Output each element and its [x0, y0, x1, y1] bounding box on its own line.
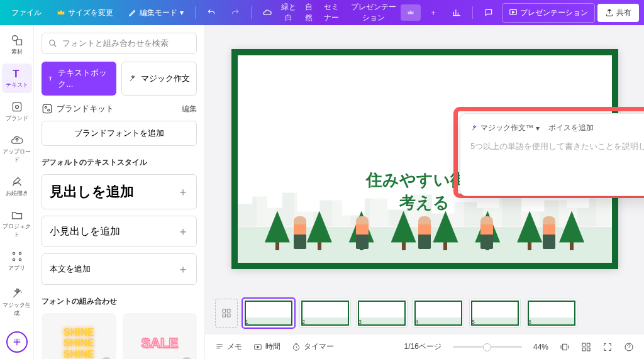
cloud-sync-button[interactable]	[257, 4, 278, 21]
add-page-button[interactable]	[215, 299, 238, 328]
chevron-down-icon: ▾	[180, 8, 184, 17]
magic-write-dialog: マジック作文™ ▾ ボイスを追加 ✕ 5つ以上の単語を使用して書きたいことを説明…	[460, 113, 644, 196]
svg-rect-12	[43, 104, 52, 113]
slide-thumb-5[interactable]: 5	[469, 299, 521, 328]
help-button[interactable]	[624, 342, 634, 352]
add-heading-button[interactable]: 見出しを追加＋	[42, 174, 197, 209]
brandkit-edit-link[interactable]: 編集	[182, 104, 197, 114]
editor-stage[interactable]: 住みやすい街を 考える マジック作文™ ▾ ボイスを追加 ✕ 5つ以上の単語を使…	[205, 25, 644, 292]
svg-rect-24	[582, 348, 586, 351]
rail-magic[interactable]: マジック生成	[2, 284, 32, 321]
comment-button[interactable]	[478, 4, 499, 21]
slide-thumb-2[interactable]: 2	[299, 299, 351, 328]
shapes-icon	[11, 34, 23, 47]
add-brand-font-button[interactable]: ブランドフォントを追加	[42, 121, 197, 146]
slide-thumb-4[interactable]: 4	[413, 299, 464, 328]
svg-point-6	[13, 252, 14, 254]
font-search-input[interactable]: フォントと組み合わせを検索	[42, 33, 197, 54]
rail-projects[interactable]: プロジェクト	[2, 205, 32, 243]
play-box-icon	[253, 343, 262, 351]
svg-rect-25	[587, 348, 590, 351]
pencil-icon	[128, 8, 137, 17]
canvas-area: 住みやすい街を 考える マジック作文™ ▾ ボイスを追加 ✕ 5つ以上の単語を使…	[205, 25, 644, 359]
rail-draw[interactable]: お絵描き	[2, 172, 32, 201]
rail-elements[interactable]: 素材	[2, 30, 32, 60]
crown-button[interactable]	[401, 4, 421, 21]
apps-icon	[11, 250, 23, 263]
svg-point-5	[15, 106, 18, 109]
slide-thumb-1[interactable]: 1	[243, 299, 294, 328]
top-menubar: ファイル サイズを変更 編集モード ▾ 緑と白 自然 セミナー プレゼンテーショ…	[0, 0, 644, 25]
duration-button[interactable]: 時間	[253, 341, 280, 352]
brandkit-icon	[42, 103, 53, 114]
svg-rect-22	[582, 343, 586, 346]
bottom-controls: メモ 時間 タイマー 1/16ページ 44%	[205, 334, 644, 359]
analytics-button[interactable]	[446, 4, 467, 21]
redo-icon	[231, 8, 240, 17]
upload-icon	[11, 134, 23, 146]
svg-point-13	[45, 106, 47, 108]
crown-icon	[407, 8, 414, 17]
dialog-title[interactable]: マジック作文™ ▾	[470, 123, 540, 133]
wand-icon	[470, 124, 478, 132]
rail-text[interactable]: Tテキスト	[2, 64, 32, 93]
wand-icon	[128, 74, 137, 83]
font-combo-shine[interactable]: SHINE SHINE SHINE♛	[42, 313, 116, 359]
add-voice-button[interactable]: ボイスを追加	[548, 123, 594, 133]
plus-icon: ＋	[177, 224, 189, 239]
magic-assist-button[interactable]	[6, 331, 28, 353]
people-graphic	[238, 216, 612, 249]
svg-point-7	[19, 252, 21, 254]
svg-rect-16	[227, 309, 230, 312]
slide-thumb-3[interactable]: 3	[356, 299, 408, 328]
prompt-input[interactable]: 5つ以上の単語を使用して書きたいことを説明してください	[470, 141, 644, 152]
sparkle-icon	[11, 287, 23, 300]
chevron-down-icon: ▾	[536, 124, 540, 133]
undo-button[interactable]	[201, 4, 222, 21]
present-button[interactable]: プレゼンテーション	[502, 3, 595, 23]
document-title[interactable]: 緑と白 自然 セミナー プレゼンテーション	[280, 2, 398, 23]
font-combos-label: フォントの組み合わせ	[42, 296, 197, 307]
svg-rect-21	[563, 344, 567, 350]
redo-button[interactable]	[225, 4, 246, 21]
view-grid-button[interactable]	[581, 342, 591, 352]
grid-icon	[581, 342, 591, 352]
crown-icon	[57, 8, 65, 17]
edit-mode-menu[interactable]: 編集モード ▾	[122, 4, 190, 22]
svg-rect-15	[223, 309, 226, 312]
svg-rect-23	[587, 343, 590, 346]
fullscreen-button[interactable]	[602, 342, 613, 352]
add-button[interactable]: ＋	[423, 4, 443, 22]
play-icon	[509, 8, 518, 17]
add-textbox-button[interactable]: T テキストボック...	[42, 62, 116, 96]
add-subheading-button[interactable]: 小見出しを追加＋	[42, 216, 197, 247]
notes-button[interactable]: メモ	[215, 341, 242, 352]
plus-icon: ＋	[177, 262, 189, 277]
svg-text:T: T	[48, 75, 52, 82]
undo-icon	[207, 8, 216, 17]
rail-upload[interactable]: アップロード	[2, 130, 32, 168]
share-button[interactable]: 共有	[597, 4, 639, 22]
draw-icon	[11, 175, 23, 188]
page-indicator[interactable]: 1/16ページ	[404, 341, 441, 352]
svg-rect-17	[223, 314, 226, 317]
notes-icon	[215, 343, 224, 351]
add-body-button[interactable]: 本文を追加＋	[42, 253, 197, 285]
svg-point-14	[48, 109, 50, 111]
view-list-button[interactable]	[560, 342, 570, 352]
font-combo-sale[interactable]: SALE♛	[123, 313, 197, 359]
zoom-value[interactable]: 44%	[533, 343, 548, 351]
svg-point-8	[13, 258, 14, 260]
timer-button[interactable]: タイマー	[292, 341, 334, 352]
rail-apps[interactable]: アプリ	[2, 246, 32, 276]
plus-icon: ＋	[177, 184, 189, 199]
resize-button[interactable]: サイズを変更	[50, 4, 119, 22]
svg-point-10	[50, 40, 55, 45]
magic-write-button[interactable]: マジック作文	[121, 62, 197, 96]
rail-brand[interactable]: ブランド	[2, 97, 32, 126]
fullscreen-icon	[602, 342, 613, 352]
zoom-slider[interactable]	[453, 346, 522, 348]
slide-thumb-6[interactable]: 6	[526, 299, 577, 328]
file-menu[interactable]: ファイル	[5, 4, 48, 22]
chart-icon	[452, 8, 461, 17]
